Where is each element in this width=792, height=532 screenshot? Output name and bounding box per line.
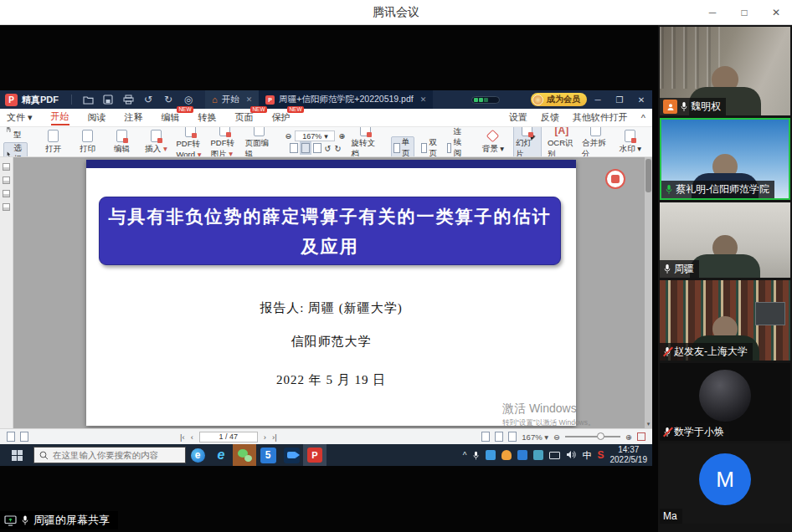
close-button[interactable]: ✕ bbox=[760, 0, 792, 25]
pdf-minimize-button[interactable]: ─ bbox=[587, 95, 609, 105]
open-button[interactable]: 打开 bbox=[39, 130, 68, 155]
redo-icon[interactable]: ↻ bbox=[162, 93, 175, 106]
ribbon-tab-annotate[interactable]: 注释 bbox=[125, 111, 143, 124]
taskbar-pdf-icon[interactable]: P bbox=[303, 444, 327, 466]
zoom-out-icon[interactable]: ⊖ bbox=[553, 432, 560, 442]
continuous-button[interactable]: 连续阅读 bbox=[445, 127, 467, 157]
zoom-level-dropdown[interactable]: 167%▾ bbox=[295, 130, 335, 141]
actual-size-icon[interactable] bbox=[313, 143, 321, 153]
close-tab-icon[interactable]: ✕ bbox=[246, 95, 253, 104]
tray-photos-icon[interactable] bbox=[486, 450, 496, 460]
status-zoom-value[interactable]: 167% ▾ bbox=[522, 432, 548, 442]
start-button[interactable] bbox=[0, 444, 33, 466]
first-page-icon[interactable]: |‹ bbox=[180, 432, 185, 442]
taskbar-edge-icon[interactable]: e bbox=[186, 444, 209, 466]
zoom-in-icon[interactable]: ⊕ bbox=[338, 131, 345, 141]
view-mode-icon[interactable] bbox=[495, 432, 503, 442]
close-tab-icon[interactable]: ✕ bbox=[420, 95, 427, 104]
menu-file[interactable]: 文件 ▾ bbox=[7, 111, 33, 124]
ribbon-tab-edit[interactable]: 编辑NEW bbox=[162, 111, 180, 124]
tray-expand-icon[interactable]: ^ bbox=[463, 451, 467, 460]
undo-icon[interactable]: ↺ bbox=[141, 93, 155, 106]
pdf-restore-button[interactable]: ❐ bbox=[609, 95, 630, 105]
open-file-icon[interactable] bbox=[81, 93, 95, 106]
double-page-button[interactable]: 双页 bbox=[419, 137, 441, 157]
minimize-button[interactable]: ─ bbox=[697, 0, 728, 25]
annotations-icon[interactable] bbox=[3, 190, 10, 197]
maximize-button[interactable]: □ bbox=[728, 0, 760, 25]
remove-page-icon[interactable] bbox=[20, 432, 28, 442]
participant-tile[interactable]: 周疆 bbox=[660, 202, 790, 278]
ribbon-tab-protect[interactable]: 保护NEW bbox=[272, 111, 291, 124]
background-button[interactable]: 背景 ▾ bbox=[479, 130, 507, 155]
zoom-slider-knob[interactable] bbox=[597, 432, 604, 440]
insert-button[interactable]: 插入 ▾ bbox=[142, 130, 171, 155]
ribbon-tab-convert[interactable]: 转换 bbox=[198, 111, 217, 124]
taskbar-search[interactable] bbox=[33, 447, 186, 463]
merge-split-button[interactable]: 合并拆分 bbox=[582, 127, 610, 157]
fit-width-icon[interactable] bbox=[290, 143, 298, 153]
ribbon-tab-page[interactable]: 页面NEW bbox=[235, 111, 254, 124]
tray-bluetooth-icon[interactable] bbox=[517, 450, 527, 460]
fullscreen-icon[interactable] bbox=[637, 432, 645, 441]
sogou-input-icon[interactable]: S bbox=[597, 449, 604, 461]
last-page-icon[interactable]: ›| bbox=[272, 432, 277, 442]
taskbar-meeting-icon[interactable] bbox=[280, 444, 303, 466]
tray-mic-icon[interactable] bbox=[472, 450, 480, 461]
view-mode-icon[interactable] bbox=[508, 432, 517, 442]
single-page-button[interactable]: 单页 bbox=[391, 136, 414, 157]
zoom-out-icon[interactable]: ⊖ bbox=[285, 131, 292, 141]
add-page-icon[interactable] bbox=[7, 432, 15, 442]
fit-page-icon[interactable] bbox=[301, 143, 310, 153]
promo-float-button[interactable] bbox=[605, 169, 625, 189]
taskbar-wechat-icon[interactable] bbox=[233, 444, 256, 466]
attachments-icon[interactable] bbox=[3, 203, 10, 211]
ribbon-tab-home[interactable]: 开始 bbox=[51, 110, 69, 125]
rotate-right-icon[interactable]: ↻ bbox=[334, 144, 341, 153]
bookmarks-icon[interactable] bbox=[3, 176, 10, 184]
taskbar-clock[interactable]: 14:37 2022/5/19 bbox=[610, 445, 648, 465]
rotate-left-icon[interactable]: ↺ bbox=[325, 144, 332, 153]
slideshow-button[interactable]: 幻灯片 bbox=[513, 127, 542, 157]
page-indicator[interactable]: 1 / 47 bbox=[199, 432, 258, 442]
participant-tile[interactable]: 蔡礼明-信阳师范学院 bbox=[660, 118, 790, 200]
watermark-button[interactable]: 水印 ▾ bbox=[616, 130, 645, 155]
pdf-to-word-button[interactable]: PDF转Word ▾ bbox=[177, 127, 205, 157]
taskbar-ie-icon[interactable]: e bbox=[209, 444, 233, 466]
settings-link[interactable]: 设置 bbox=[509, 111, 527, 124]
pdf-to-image-button[interactable]: PDF转图片 ▾ bbox=[211, 127, 239, 157]
ocr-button[interactable]: [A]OCR识别 bbox=[548, 127, 576, 157]
tray-security-shield-icon[interactable] bbox=[501, 450, 512, 460]
tray-display-icon[interactable] bbox=[549, 452, 560, 459]
select-tool-button[interactable]: 选择 bbox=[3, 142, 28, 158]
collapse-ribbon-icon[interactable]: ^ bbox=[641, 113, 645, 123]
print-icon[interactable] bbox=[121, 93, 135, 106]
print-button[interactable]: 打印 bbox=[74, 130, 102, 155]
scroll-down-icon[interactable]: ▾ bbox=[645, 419, 652, 428]
ime-indicator[interactable]: 中 bbox=[582, 449, 591, 462]
hand-tool-button[interactable]: 手型 bbox=[3, 127, 28, 141]
tab-document[interactable]: P 周疆+信阳师范学院+20220519.pdf ✕ bbox=[259, 90, 433, 109]
tray-volume-icon[interactable] bbox=[566, 448, 576, 463]
participant-tile[interactable]: 数学于小焕 bbox=[660, 363, 790, 441]
pdf-convert-button[interactable]: PDF转 bbox=[651, 130, 652, 155]
next-page-icon[interactable]: › bbox=[264, 432, 266, 442]
feedback-link[interactable]: 反馈 bbox=[541, 111, 559, 124]
save-icon[interactable] bbox=[101, 93, 115, 106]
pdf-close-button[interactable]: ✕ bbox=[630, 95, 652, 105]
scrollbar-thumb[interactable] bbox=[645, 159, 651, 192]
become-member-button[interactable]: 成为会员 bbox=[531, 93, 587, 106]
prev-page-icon[interactable]: ‹ bbox=[191, 432, 193, 442]
open-with-link[interactable]: 其他软件打开 bbox=[573, 111, 628, 124]
thumbnails-icon[interactable] bbox=[3, 163, 10, 171]
zoom-in-icon[interactable]: ⊕ bbox=[625, 432, 632, 442]
tray-app-icon[interactable] bbox=[533, 450, 543, 460]
participant-tile[interactable]: 赵发友-上海大学 bbox=[660, 280, 790, 361]
zoom-slider[interactable] bbox=[565, 436, 620, 437]
view-mode-icon[interactable] bbox=[481, 432, 490, 442]
search-input[interactable] bbox=[53, 450, 170, 460]
home-circle-icon[interactable]: ◎ bbox=[182, 93, 195, 106]
ribbon-tab-read[interactable]: 阅读 bbox=[88, 111, 106, 124]
rotate-doc-button[interactable]: 旋转文档 bbox=[351, 127, 379, 157]
page-edit-button[interactable]: 页面编辑 bbox=[245, 127, 274, 157]
